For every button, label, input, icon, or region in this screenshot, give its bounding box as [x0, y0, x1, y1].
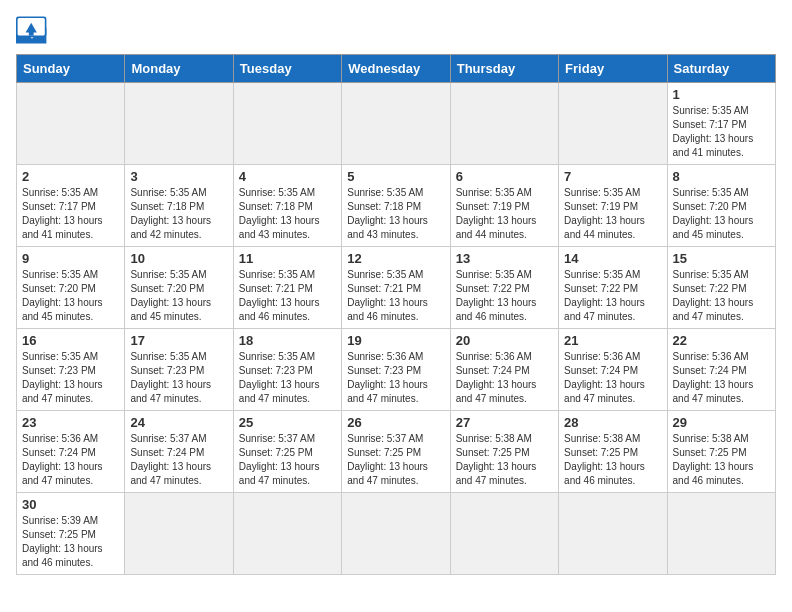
- calendar-cell: 11Sunrise: 5:35 AM Sunset: 7:21 PM Dayli…: [233, 247, 341, 329]
- calendar-table: SundayMondayTuesdayWednesdayThursdayFrid…: [16, 54, 776, 575]
- day-info: Sunrise: 5:39 AM Sunset: 7:25 PM Dayligh…: [22, 514, 119, 570]
- weekday-friday: Friday: [559, 55, 667, 83]
- calendar-cell: [667, 493, 775, 575]
- calendar-cell: 25Sunrise: 5:37 AM Sunset: 7:25 PM Dayli…: [233, 411, 341, 493]
- day-info: Sunrise: 5:36 AM Sunset: 7:24 PM Dayligh…: [22, 432, 119, 488]
- day-info: Sunrise: 5:35 AM Sunset: 7:21 PM Dayligh…: [347, 268, 444, 324]
- day-info: Sunrise: 5:36 AM Sunset: 7:23 PM Dayligh…: [347, 350, 444, 406]
- calendar-cell: 16Sunrise: 5:35 AM Sunset: 7:23 PM Dayli…: [17, 329, 125, 411]
- day-info: Sunrise: 5:35 AM Sunset: 7:17 PM Dayligh…: [673, 104, 770, 160]
- day-number: 17: [130, 333, 227, 348]
- calendar-cell: 12Sunrise: 5:35 AM Sunset: 7:21 PM Dayli…: [342, 247, 450, 329]
- calendar-cell: 21Sunrise: 5:36 AM Sunset: 7:24 PM Dayli…: [559, 329, 667, 411]
- weekday-monday: Monday: [125, 55, 233, 83]
- calendar-cell: 5Sunrise: 5:35 AM Sunset: 7:18 PM Daylig…: [342, 165, 450, 247]
- day-info: Sunrise: 5:36 AM Sunset: 7:24 PM Dayligh…: [564, 350, 661, 406]
- calendar-week-6: 30Sunrise: 5:39 AM Sunset: 7:25 PM Dayli…: [17, 493, 776, 575]
- day-number: 12: [347, 251, 444, 266]
- calendar-cell: 23Sunrise: 5:36 AM Sunset: 7:24 PM Dayli…: [17, 411, 125, 493]
- calendar-cell: [233, 83, 341, 165]
- day-number: 22: [673, 333, 770, 348]
- calendar-cell: 10Sunrise: 5:35 AM Sunset: 7:20 PM Dayli…: [125, 247, 233, 329]
- day-number: 4: [239, 169, 336, 184]
- day-info: Sunrise: 5:35 AM Sunset: 7:20 PM Dayligh…: [673, 186, 770, 242]
- calendar-cell: 24Sunrise: 5:37 AM Sunset: 7:24 PM Dayli…: [125, 411, 233, 493]
- calendar-cell: 2Sunrise: 5:35 AM Sunset: 7:17 PM Daylig…: [17, 165, 125, 247]
- day-info: Sunrise: 5:38 AM Sunset: 7:25 PM Dayligh…: [564, 432, 661, 488]
- day-number: 1: [673, 87, 770, 102]
- calendar-cell: [559, 83, 667, 165]
- day-info: Sunrise: 5:35 AM Sunset: 7:17 PM Dayligh…: [22, 186, 119, 242]
- calendar-cell: [450, 83, 558, 165]
- day-info: Sunrise: 5:35 AM Sunset: 7:20 PM Dayligh…: [130, 268, 227, 324]
- calendar-cell: 4Sunrise: 5:35 AM Sunset: 7:18 PM Daylig…: [233, 165, 341, 247]
- general-blue-logo-icon: [16, 16, 48, 44]
- day-number: 16: [22, 333, 119, 348]
- calendar-cell: 27Sunrise: 5:38 AM Sunset: 7:25 PM Dayli…: [450, 411, 558, 493]
- day-info: Sunrise: 5:35 AM Sunset: 7:23 PM Dayligh…: [130, 350, 227, 406]
- calendar-week-2: 2Sunrise: 5:35 AM Sunset: 7:17 PM Daylig…: [17, 165, 776, 247]
- day-number: 30: [22, 497, 119, 512]
- calendar-cell: 7Sunrise: 5:35 AM Sunset: 7:19 PM Daylig…: [559, 165, 667, 247]
- day-number: 14: [564, 251, 661, 266]
- calendar-cell: [233, 493, 341, 575]
- day-info: Sunrise: 5:36 AM Sunset: 7:24 PM Dayligh…: [673, 350, 770, 406]
- weekday-tuesday: Tuesday: [233, 55, 341, 83]
- day-number: 5: [347, 169, 444, 184]
- day-info: Sunrise: 5:35 AM Sunset: 7:19 PM Dayligh…: [564, 186, 661, 242]
- weekday-header-row: SundayMondayTuesdayWednesdayThursdayFrid…: [17, 55, 776, 83]
- calendar-header: SundayMondayTuesdayWednesdayThursdayFrid…: [17, 55, 776, 83]
- day-number: 20: [456, 333, 553, 348]
- day-info: Sunrise: 5:36 AM Sunset: 7:24 PM Dayligh…: [456, 350, 553, 406]
- page-header: [16, 16, 776, 44]
- day-number: 28: [564, 415, 661, 430]
- day-number: 26: [347, 415, 444, 430]
- day-number: 10: [130, 251, 227, 266]
- day-info: Sunrise: 5:35 AM Sunset: 7:23 PM Dayligh…: [22, 350, 119, 406]
- day-number: 15: [673, 251, 770, 266]
- calendar-cell: 15Sunrise: 5:35 AM Sunset: 7:22 PM Dayli…: [667, 247, 775, 329]
- calendar-week-5: 23Sunrise: 5:36 AM Sunset: 7:24 PM Dayli…: [17, 411, 776, 493]
- calendar-cell: [559, 493, 667, 575]
- weekday-thursday: Thursday: [450, 55, 558, 83]
- day-number: 9: [22, 251, 119, 266]
- calendar-cell: 17Sunrise: 5:35 AM Sunset: 7:23 PM Dayli…: [125, 329, 233, 411]
- calendar-cell: 13Sunrise: 5:35 AM Sunset: 7:22 PM Dayli…: [450, 247, 558, 329]
- calendar-week-3: 9Sunrise: 5:35 AM Sunset: 7:20 PM Daylig…: [17, 247, 776, 329]
- day-info: Sunrise: 5:35 AM Sunset: 7:22 PM Dayligh…: [564, 268, 661, 324]
- calendar-cell: [125, 493, 233, 575]
- day-number: 2: [22, 169, 119, 184]
- day-info: Sunrise: 5:35 AM Sunset: 7:20 PM Dayligh…: [22, 268, 119, 324]
- day-number: 6: [456, 169, 553, 184]
- day-number: 7: [564, 169, 661, 184]
- svg-rect-4: [29, 31, 34, 36]
- calendar-cell: 18Sunrise: 5:35 AM Sunset: 7:23 PM Dayli…: [233, 329, 341, 411]
- day-number: 13: [456, 251, 553, 266]
- calendar-cell: [450, 493, 558, 575]
- weekday-wednesday: Wednesday: [342, 55, 450, 83]
- calendar-cell: [342, 83, 450, 165]
- calendar-cell: 22Sunrise: 5:36 AM Sunset: 7:24 PM Dayli…: [667, 329, 775, 411]
- day-info: Sunrise: 5:37 AM Sunset: 7:25 PM Dayligh…: [347, 432, 444, 488]
- calendar-week-1: 1Sunrise: 5:35 AM Sunset: 7:17 PM Daylig…: [17, 83, 776, 165]
- calendar-cell: [342, 493, 450, 575]
- calendar-cell: 14Sunrise: 5:35 AM Sunset: 7:22 PM Dayli…: [559, 247, 667, 329]
- day-info: Sunrise: 5:37 AM Sunset: 7:24 PM Dayligh…: [130, 432, 227, 488]
- day-number: 21: [564, 333, 661, 348]
- day-info: Sunrise: 5:35 AM Sunset: 7:23 PM Dayligh…: [239, 350, 336, 406]
- day-info: Sunrise: 5:35 AM Sunset: 7:22 PM Dayligh…: [456, 268, 553, 324]
- day-number: 18: [239, 333, 336, 348]
- calendar-cell: 8Sunrise: 5:35 AM Sunset: 7:20 PM Daylig…: [667, 165, 775, 247]
- day-number: 23: [22, 415, 119, 430]
- day-info: Sunrise: 5:35 AM Sunset: 7:18 PM Dayligh…: [347, 186, 444, 242]
- calendar-cell: 29Sunrise: 5:38 AM Sunset: 7:25 PM Dayli…: [667, 411, 775, 493]
- calendar-week-4: 16Sunrise: 5:35 AM Sunset: 7:23 PM Dayli…: [17, 329, 776, 411]
- day-number: 3: [130, 169, 227, 184]
- day-info: Sunrise: 5:35 AM Sunset: 7:18 PM Dayligh…: [239, 186, 336, 242]
- day-number: 8: [673, 169, 770, 184]
- logo: [16, 16, 52, 44]
- day-info: Sunrise: 5:38 AM Sunset: 7:25 PM Dayligh…: [673, 432, 770, 488]
- day-number: 19: [347, 333, 444, 348]
- calendar-cell: 1Sunrise: 5:35 AM Sunset: 7:17 PM Daylig…: [667, 83, 775, 165]
- day-info: Sunrise: 5:35 AM Sunset: 7:19 PM Dayligh…: [456, 186, 553, 242]
